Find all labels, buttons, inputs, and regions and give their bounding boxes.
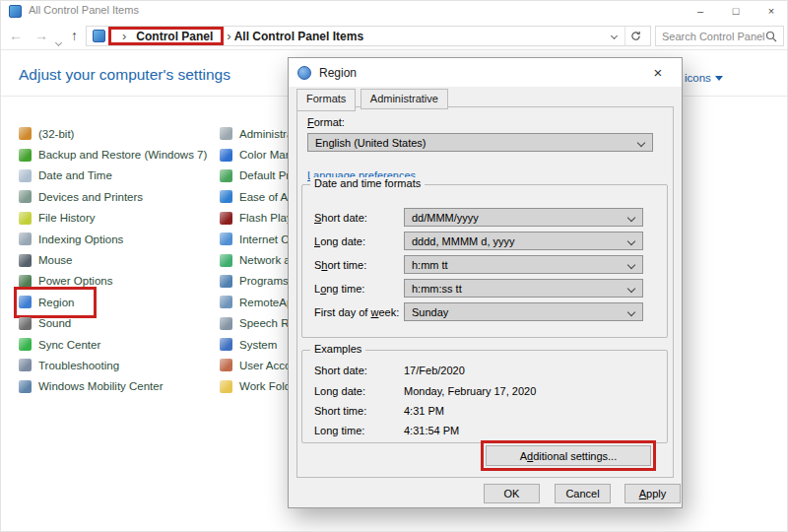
page-title: Adjust your computer's settings — [19, 66, 230, 84]
address-dropdown-icon[interactable] — [603, 27, 624, 45]
short-time-select[interactable]: h:mm tt — [404, 255, 643, 274]
first-day-of-week-value: Sunday — [412, 306, 448, 318]
date-time-formats-group-title: Date and time formats — [310, 177, 425, 189]
recent-pages-chevron-icon[interactable] — [56, 32, 61, 49]
control-panel-item-sound[interactable]: Sound — [19, 313, 71, 334]
breadcrumb-current-location[interactable]: All Control Panel Items — [234, 30, 363, 43]
up-icon[interactable]: ↑ — [71, 27, 78, 44]
long-date-value: dddd, MMMM d, yyyy — [412, 235, 515, 247]
control-panel-item-mouse[interactable]: Mouse — [19, 249, 73, 270]
control-panel-item-windows-mobility-center[interactable]: Windows Mobility Center — [19, 376, 164, 397]
mouse-icon — [19, 254, 32, 267]
additional-settings-annotation-box: Additional settings... — [481, 440, 656, 471]
work-folders-icon — [220, 380, 232, 393]
refresh-icon[interactable] — [624, 27, 646, 45]
ease-of-access-icon — [220, 190, 232, 203]
breadcrumb-control-panel[interactable]: Control Panel — [136, 30, 213, 43]
java-icon — [19, 127, 32, 140]
example-short-time-value: 4:31 PM — [404, 405, 444, 417]
formats-tab-panel: Format: English (United States) Language… — [296, 106, 674, 478]
ok-button[interactable]: OK — [484, 484, 540, 503]
chevron-down-icon — [715, 76, 723, 81]
control-panel-item-user-accounts[interactable]: User Accou — [220, 355, 297, 375]
control-panel-app-icon — [9, 5, 22, 18]
example-long-date-value: Monday, February 17, 2020 — [404, 385, 536, 397]
backup-restore-icon — [19, 149, 32, 162]
view-by-icons-fragment[interactable]: icons — [685, 72, 723, 84]
breadcrumb-annotation-box: › Control Panel — [108, 27, 224, 45]
control-panel-item-file-history[interactable]: File History — [19, 208, 96, 229]
example-short-time-label: Short time: — [314, 405, 366, 417]
additional-settings-button[interactable]: Additional settings... — [486, 445, 651, 466]
example-short-date-value: 17/Feb/2020 — [404, 365, 465, 376]
region-icon — [19, 296, 32, 308]
globe-icon — [297, 66, 311, 80]
control-panel-item-region[interactable]: Region — [19, 292, 92, 312]
example-long-date-label: Long date: — [314, 385, 365, 397]
tab-administrative[interactable]: Administrative — [361, 89, 448, 109]
long-time-select[interactable]: h:mm:ss tt — [404, 279, 643, 298]
long-date-label: Long date: — [314, 235, 365, 247]
programs-features-icon — [220, 275, 232, 288]
examples-group-title: Examples — [310, 343, 365, 355]
control-panel-window: All Control Panel Items – □ × ← → ↑ › Co… — [0, 0, 788, 532]
examples-group: Examples Short date: 17/Feb/2020 Long da… — [301, 350, 668, 443]
devices-printers-icon — [19, 190, 32, 203]
format-select-value: English (United States) — [315, 137, 427, 149]
control-panel-item-power-options[interactable]: Power Options — [19, 271, 112, 292]
close-button[interactable]: × — [754, 1, 788, 21]
search-input[interactable] — [662, 31, 765, 42]
control-panel-item-date-time[interactable]: Date and Time — [19, 166, 112, 186]
file-history-icon — [19, 212, 32, 225]
cancel-button[interactable]: Cancel — [555, 484, 611, 503]
short-time-label: Short time: — [314, 259, 366, 271]
control-panel-item-indexing-options[interactable]: Indexing Options — [19, 229, 123, 249]
short-date-label: Short date: — [314, 212, 367, 224]
back-icon[interactable]: ← — [9, 27, 23, 44]
breadcrumb-chevron-icon: › — [122, 29, 126, 43]
search-icon — [765, 31, 777, 42]
speech-recognition-icon — [220, 317, 232, 330]
format-select[interactable]: English (United States) — [307, 133, 653, 152]
chevron-down-icon — [627, 308, 635, 316]
search-box — [655, 26, 784, 46]
internet-options-icon — [220, 233, 232, 245]
administrative-tools-icon — [220, 127, 232, 140]
short-date-value: dd/MMM/yyyy — [412, 212, 479, 224]
indexing-options-icon — [19, 233, 32, 245]
power-options-icon — [19, 275, 32, 288]
short-date-select[interactable]: dd/MMM/yyyy — [404, 208, 643, 227]
troubleshooting-icon — [19, 359, 32, 371]
forward-icon[interactable]: → — [34, 27, 48, 44]
system-icon — [220, 338, 232, 351]
format-label: Format: — [307, 116, 345, 128]
windows-mobility-center-icon — [19, 380, 32, 393]
chevron-down-icon — [637, 139, 645, 147]
dialog-close-icon[interactable]: × — [643, 64, 673, 81]
flash-player-icon — [220, 212, 232, 225]
network-sharing-icon — [220, 254, 232, 267]
chevron-down-icon — [627, 285, 635, 293]
control-panel-item-backup-restore[interactable]: Backup and Restore (Windows 7) — [19, 144, 207, 165]
long-date-select[interactable]: dddd, MMMM d, yyyy — [404, 232, 643, 250]
date-time-formats-group: Date and time formats Short date: dd/MMM… — [301, 184, 668, 338]
chevron-down-icon — [627, 214, 635, 222]
control-panel-item-java[interactable]: (32-bit) — [19, 123, 74, 144]
first-day-of-week-label: First day of week: — [314, 306, 399, 318]
control-panel-items-left-column: (32-bit) Backup and Restore (Windows 7) … — [19, 123, 207, 397]
control-panel-item-devices-printers[interactable]: Devices and Printers — [19, 186, 143, 207]
control-panel-item-system[interactable]: System — [220, 334, 277, 355]
control-panel-item-sync-center[interactable]: Sync Center — [19, 334, 100, 355]
tab-formats[interactable]: Formats — [296, 89, 356, 111]
remoteapp-icon — [220, 296, 232, 308]
maximize-button[interactable]: □ — [718, 1, 754, 21]
first-day-of-week-select[interactable]: Sunday — [404, 302, 643, 321]
apply-button[interactable]: Apply — [624, 484, 681, 503]
chevron-down-icon — [627, 261, 635, 269]
minimize-button[interactable]: – — [683, 1, 718, 21]
control-panel-item-color-management[interactable]: Color Mana — [220, 144, 297, 165]
date-time-icon — [19, 169, 32, 182]
navigation-toolbar: ← → ↑ › Control Panel › All Control Pane… — [1, 21, 788, 50]
address-bar[interactable]: › Control Panel › All Control Panel Item… — [86, 26, 651, 46]
control-panel-item-troubleshooting[interactable]: Troubleshooting — [19, 355, 119, 375]
